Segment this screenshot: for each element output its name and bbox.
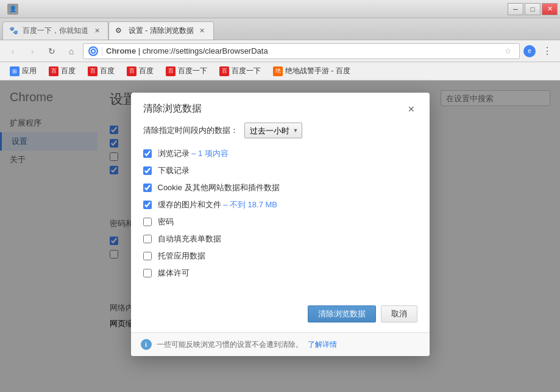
minimize-button[interactable]: ─ bbox=[508, 3, 523, 15]
bookmark-item-baidu2[interactable]: 百 百度 bbox=[83, 65, 119, 78]
bookmark-label-game: 绝地战警手游 - 百度 bbox=[285, 66, 350, 76]
checkbox-passwords[interactable] bbox=[143, 218, 152, 226]
checkbox-row-cookies: Cookie 及其他网站数据和插件数据 bbox=[143, 182, 417, 193]
time-range-row: 清除指定时间段内的数据： 过去一小时 过去一天 过去一周 过去四周 所有时间 bbox=[143, 123, 417, 138]
bookmark-item-baidu1[interactable]: 百 百度 bbox=[44, 65, 80, 78]
bookmark-label-baidu1: 百度 bbox=[61, 66, 76, 76]
maximize-button[interactable]: □ bbox=[525, 3, 541, 15]
address-bar: ‹ › ↻ ⌂ Chrome | chrome://settings/clear… bbox=[0, 40, 560, 62]
tab-favicon-settings: ⚙ bbox=[115, 26, 125, 36]
checkbox-row-cache: 缓存的图片和文件 – 不到 18.7 MB bbox=[143, 199, 417, 210]
close-window-button[interactable]: ✕ bbox=[542, 3, 558, 15]
checkbox-label-downloads: 下载记录 bbox=[158, 165, 190, 176]
title-bar: 👤 ─ □ ✕ bbox=[0, 0, 560, 18]
forward-button[interactable]: › bbox=[24, 43, 40, 59]
tab-favicon-baidu: 🐾 bbox=[9, 26, 19, 36]
clear-data-button[interactable]: 清除浏览数据 bbox=[308, 305, 376, 323]
bookmark-label-baidu3: 百度 bbox=[139, 66, 154, 76]
checkbox-label-passwords: 密码 bbox=[158, 216, 174, 227]
title-bar-left: 👤 bbox=[2, 4, 508, 15]
svg-point-1 bbox=[92, 50, 94, 52]
back-button[interactable]: ‹ bbox=[5, 43, 21, 59]
modal-header: 清除浏览数据 ✕ bbox=[131, 93, 430, 123]
bookmark-label-apps: 应用 bbox=[22, 66, 37, 76]
address-text: Chrome | chrome://settings/clearBrowserD… bbox=[106, 46, 498, 55]
cancel-button[interactable]: 取消 bbox=[381, 305, 417, 323]
bookmark-favicon-apps: ⊞ bbox=[10, 66, 19, 76]
tab-settings[interactable]: ⚙ 设置 - 清除浏览数据 ✕ bbox=[108, 21, 214, 40]
bookmark-item-apps[interactable]: ⊞ 应用 bbox=[5, 65, 41, 78]
checkbox-label-autofill: 自动填充表单数据 bbox=[158, 233, 221, 244]
checkbox-label-media: 媒体许可 bbox=[158, 268, 190, 279]
bookmark-favicon-baidu2: 百 bbox=[88, 66, 97, 76]
chrome-security-icon bbox=[88, 46, 98, 56]
checkbox-row-history: 浏览记录 – 1 项内容 bbox=[143, 148, 417, 159]
bookmark-item-game[interactable]: 绝 绝地战警手游 - 百度 bbox=[268, 65, 355, 78]
title-bar-buttons: ─ □ ✕ bbox=[508, 3, 558, 15]
checkbox-row-media: 媒体许可 bbox=[143, 268, 417, 279]
bookmark-label-baidu5: 百度一下 bbox=[232, 66, 261, 76]
checkbox-label-hosted-apps: 托管应用数据 bbox=[158, 251, 205, 262]
time-range-select-wrapper: 过去一小时 过去一天 过去一周 过去四周 所有时间 bbox=[244, 123, 302, 138]
time-range-select[interactable]: 过去一小时 过去一天 过去一周 过去四周 所有时间 bbox=[244, 123, 302, 138]
checkbox-downloads[interactable] bbox=[143, 166, 152, 175]
checkbox-media[interactable] bbox=[143, 269, 152, 277]
page-area: Chrome 扩展程序 设置 关于 设置 bbox=[0, 80, 560, 392]
bookmark-item-baidu5[interactable]: 百 百度一下 bbox=[214, 65, 266, 78]
bookmark-favicon-baidu5: 百 bbox=[219, 66, 229, 76]
tab-title-settings: 设置 - 清除浏览数据 bbox=[129, 26, 194, 36]
tab-close-baidu[interactable]: ✕ bbox=[92, 26, 102, 36]
modal-footer-info: i 一些可能反映浏览习惯的设置不会遭到清除。 了解详情 bbox=[131, 332, 430, 356]
clear-browser-data-dialog: 清除浏览数据 ✕ 清除指定时间段内的数据： 过去一小时 过去一天 过去一周 过去… bbox=[131, 93, 430, 356]
bookmark-favicon-baidu3: 百 bbox=[127, 66, 136, 76]
bookmark-favicon-baidu4: 百 bbox=[166, 66, 175, 76]
info-icon: i bbox=[141, 339, 152, 350]
modal-title: 清除浏览数据 bbox=[143, 102, 202, 115]
checkbox-row-hosted-apps: 托管应用数据 bbox=[143, 251, 417, 262]
checkbox-row-passwords: 密码 bbox=[143, 216, 417, 227]
checkbox-cookies[interactable] bbox=[143, 184, 152, 192]
learn-more-link[interactable]: 了解详情 bbox=[308, 340, 337, 350]
tab-close-settings[interactable]: ✕ bbox=[197, 26, 207, 36]
time-range-label: 清除指定时间段内的数据： bbox=[143, 125, 238, 136]
bookmark-star-icon[interactable]: ☆ bbox=[502, 45, 514, 57]
checkbox-hosted-apps[interactable] bbox=[143, 252, 152, 260]
address-divider bbox=[102, 47, 102, 55]
extension-icon[interactable]: e bbox=[523, 45, 536, 57]
home-button[interactable]: ⌂ bbox=[63, 43, 79, 59]
bookmark-item-baidu4[interactable]: 百 百度一下 bbox=[161, 65, 212, 78]
checkbox-autofill[interactable] bbox=[143, 235, 152, 243]
user-icon: 👤 bbox=[7, 4, 18, 15]
checkbox-list: 浏览记录 – 1 项内容 下载记录 Cookie 及其他网站数据和插件数据 bbox=[143, 148, 417, 279]
bookmark-item-baidu3[interactable]: 百 百度 bbox=[122, 65, 158, 78]
checkbox-label-history: 浏览记录 – 1 项内容 bbox=[158, 148, 229, 159]
bookmark-favicon-baidu1: 百 bbox=[49, 66, 58, 76]
checkbox-label-cookies: Cookie 及其他网站数据和插件数据 bbox=[158, 182, 280, 193]
footer-info-text: 一些可能反映浏览习惯的设置不会遭到清除。 bbox=[157, 340, 303, 350]
modal-overlay: 清除浏览数据 ✕ 清除指定时间段内的数据： 过去一小时 过去一天 过去一周 过去… bbox=[0, 80, 560, 392]
address-input-wrap[interactable]: Chrome | chrome://settings/clearBrowserD… bbox=[83, 43, 520, 59]
checkbox-row-autofill: 自动填充表单数据 bbox=[143, 233, 417, 244]
bookmarks-bar: ⊞ 应用 百 百度 百 百度 百 百度 百 百度一下 百 百度一下 绝 绝地战警… bbox=[0, 62, 560, 80]
bookmark-label-baidu4: 百度一下 bbox=[178, 66, 207, 76]
modal-buttons: 清除浏览数据 取消 bbox=[131, 298, 430, 332]
modal-body: 清除指定时间段内的数据： 过去一小时 过去一天 过去一周 过去四周 所有时间 bbox=[131, 123, 430, 298]
menu-icon[interactable]: ⋮ bbox=[539, 43, 555, 59]
bookmark-label-baidu2: 百度 bbox=[100, 66, 115, 76]
checkbox-history[interactable] bbox=[143, 149, 152, 158]
refresh-button[interactable]: ↻ bbox=[44, 43, 60, 59]
tab-baidu[interactable]: 🐾 百度一下，你就知道 ✕ bbox=[2, 21, 108, 40]
checkbox-row-downloads: 下载记录 bbox=[143, 165, 417, 176]
tab-title-baidu: 百度一下，你就知道 bbox=[23, 26, 88, 36]
checkbox-cache[interactable] bbox=[143, 201, 152, 209]
bookmark-favicon-game: 绝 bbox=[273, 66, 283, 76]
modal-close-button[interactable]: ✕ bbox=[405, 103, 417, 115]
checkbox-label-cache: 缓存的图片和文件 – 不到 18.7 MB bbox=[158, 199, 278, 210]
tab-bar: 🐾 百度一下，你就知道 ✕ ⚙ 设置 - 清除浏览数据 ✕ bbox=[0, 18, 560, 40]
